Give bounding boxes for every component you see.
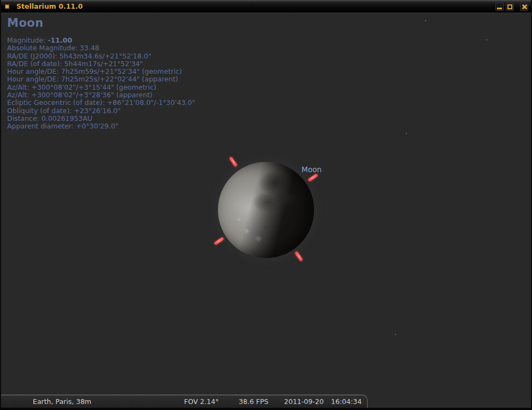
status-time: 16:04:34 [331,395,362,408]
selection-marker-icon [229,156,238,167]
status-date: 2011-09-20 [284,395,324,408]
title-bar[interactable]: Stellarium 0.11.0 [0,0,532,13]
info-line: RA/DE (J2000): 5h43m34.6s/+21°52'18.0" [7,52,195,60]
info-line: Absolute Magnitude: 33.48 [7,44,195,52]
sky-view[interactable]: Moon Magnitude: -11.00 Absolute Magnitud… [0,13,532,410]
star[interactable] [425,20,426,21]
info-line-magnitude: Magnitude: -11.00 [7,37,195,44]
selection-marker-icon [294,251,303,262]
magnitude-value: -11.00 [48,36,72,44]
object-info-panel: Moon Magnitude: -11.00 Absolute Magnitud… [7,16,195,131]
star[interactable] [486,39,487,40]
maximize-button[interactable] [506,3,514,11]
info-line: Apparent diameter: +0°30'29.0" [7,122,195,130]
app-icon [5,4,9,9]
info-line: Hour angle/DE: 7h25m25s/+22°02'44" (appa… [7,75,195,83]
status-fov: FOV 2.14° [184,395,218,408]
selection-marker-icon [308,173,318,182]
stellarium-window: Stellarium 0.11.0 Moon Magnitude: -11.00… [0,0,532,410]
object-info-lines: Magnitude: -11.00 Absolute Magnitude: 33… [7,37,195,131]
object-info-title: Moon [7,16,195,30]
info-line: Az/Alt: +300°08'02"/+3°15'44" (geometric… [7,84,195,91]
info-line: Ecliptic Geocentric (of date): +86°21'08… [7,99,195,107]
maximize-icon [507,4,512,9]
moon-object[interactable] [218,162,314,258]
info-line: Hour angle/DE: 7h25m59s/+21°52'34" (geom… [7,68,195,75]
info-line: Obliquity (of date): +23°26'16.0" [7,107,195,115]
star[interactable] [406,133,407,134]
minimize-button[interactable] [495,3,504,11]
info-line: Az/Alt: +300°08'02"/+3°28'36" (apparent) [7,91,195,99]
selection-marker-icon [214,237,224,245]
info-line: Distance: 0.00261953AU [7,115,195,122]
close-icon [521,3,528,10]
status-location: Earth, Paris, 38m [33,395,91,408]
close-button[interactable] [520,3,528,11]
star[interactable] [395,334,396,335]
status-fps: 38.6 FPS [239,395,268,408]
moon-label: Moon [302,165,322,174]
info-line: RA/DE (of date): 5h44m17s/+21°52'34" [7,60,195,68]
minimize-icon [497,8,502,9]
status-bar: Earth, Paris, 38m FOV 2.14° 38.6 FPS 201… [1,395,368,408]
window-title: Stellarium 0.11.0 [16,0,82,13]
